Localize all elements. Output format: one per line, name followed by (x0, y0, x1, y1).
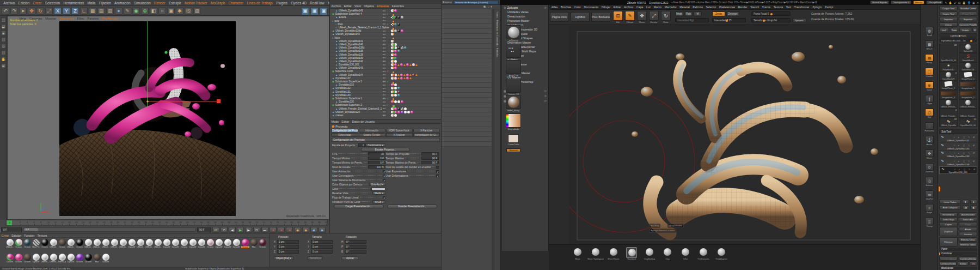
toolbar-subdivision-surface-icon[interactable]: ◉ (132, 7, 140, 15)
material-swatch[interactable]: Octane (180, 238, 188, 248)
viewport-menu-mostrar[interactable]: Mostrar (44, 17, 58, 20)
browser-row[interactable] (442, 53, 492, 58)
tool-grid-imageplane-4[interactable]: Imageplane_4 (939, 90, 958, 99)
toolbar-material-s-icon[interactable]: Ⓢ (185, 7, 192, 15)
toolbar-axis-y-icon[interactable]: Y (63, 7, 70, 15)
record-position-button[interactable]: ● (270, 227, 277, 233)
subtool-dynawax130-001[interactable]: ∿✓◐◻✎ØDynaWax130_001 (939, 166, 977, 174)
toolbar-move-icon[interactable]: ✥ (28, 7, 35, 15)
button-guardar-preestablecido[interactable]: Guardar Preestablecido... (387, 205, 437, 208)
subtool-icon-3[interactable]: ✎ (968, 152, 970, 154)
attr-tab-octane-render[interactable]: Octane Render (359, 133, 385, 137)
zb-menu-textura[interactable]: Textura (772, 5, 785, 9)
next-frame-button[interactable]: ▶ (245, 227, 252, 233)
rshelf-enfocar[interactable]: ◎Enfocar (923, 177, 935, 187)
coord-mode-dropdown[interactable]: Objeto [Rel] ▾ (274, 256, 293, 260)
button-eliminar[interactable]: Eliminar (939, 237, 958, 247)
zb-z-zm-s[interactable]: Zmás (712, 11, 725, 16)
tool-grid-umesh-dynawa[interactable]: ∿22UMesh_DynaWa (939, 118, 958, 127)
c4d-menu-plugins[interactable]: Plugins (274, 1, 289, 5)
visibility-dots[interactable] (383, 98, 385, 99)
material-swatch[interactable]: UMesh_ (145, 238, 154, 248)
c4d-menu-malla[interactable]: Malla (85, 1, 97, 5)
material-swatch[interactable]: Mat Pre (32, 238, 40, 248)
disabled-cross-icon[interactable]: ✗ (387, 70, 389, 73)
visibility-dots[interactable] (383, 31, 385, 32)
entorno-select[interactable]: Entorno de Arranque (Usuario) (454, 1, 499, 4)
title-button-zscriptpred[interactable]: ZScriptPred (926, 1, 943, 4)
zb-z-zmenos[interactable]: Zmenos (726, 11, 739, 16)
tool-grid-sphere3d[interactable]: Sphere3D (959, 44, 977, 53)
subtool-icon-1[interactable]: ◐ (958, 144, 959, 147)
zb-menu-preferencias[interactable]: Preferencias (718, 5, 737, 9)
subtool-icon-2[interactable]: ◻ (963, 136, 965, 139)
browser-row[interactable] (442, 122, 492, 127)
value-field[interactable]: 0 F (368, 157, 385, 160)
button-elimina-otras[interactable]: Elimina Otras (959, 237, 977, 242)
browser-row[interactable] (442, 73, 492, 78)
zb-mode-mover[interactable]: ✥ (637, 11, 647, 21)
zb-menu-selector[interactable]: Selector (705, 5, 718, 9)
rshelf-grp[interactable]: ⬡Grp (923, 109, 935, 118)
attr-tab-configuraci-n-del-proyecto[interactable]: Configuración del Proyecto (332, 129, 358, 133)
zb-mode-escalar[interactable]: ⤢ (649, 11, 659, 21)
browser-row[interactable] (442, 24, 492, 29)
search-icon[interactable]: 🔍 (483, 5, 487, 9)
subtool-umesh-dynawax140[interactable]: ∿✓◐◻✎ØUMesh_DynaWax140 (939, 143, 977, 151)
coord-size-dropdown[interactable]: Tamaño ▾ (308, 256, 323, 260)
zb-menu-zplugin[interactable]: Zplugin (811, 5, 823, 9)
section-combinar[interactable]: Combinar (939, 252, 977, 256)
material-swatch[interactable]: Octane (14, 238, 23, 248)
zb-menu-brochas[interactable]: Brochas (559, 5, 573, 9)
viewport-menu-paneles[interactable]: Paneles (85, 17, 100, 20)
subtool-umesh-dynawax139[interactable]: ∿✓◐◻✎ØUMesh_DynaWax139 (939, 151, 977, 158)
active-tool-slider[interactable]: DynaWax130_001... 55 (939, 38, 977, 43)
tool-grid-imageplane-5[interactable]: Imageplane_5 (959, 90, 977, 99)
visibility-dots[interactable] (383, 20, 385, 21)
subtool-header[interactable]: SubTool (939, 129, 977, 134)
record-scale-button[interactable]: ● (278, 227, 285, 233)
toolbar-coord-system-icon[interactable]: ∟ (80, 7, 88, 15)
browser-row[interactable] (442, 78, 492, 83)
viewport-menu-opciones[interactable]: Opciones (58, 17, 75, 20)
value-field[interactable]: 100 % (368, 165, 385, 169)
tool-grid-umesh-female[interactable]: UMesh_Female_ (939, 99, 958, 109)
tool-button-cargar-tool[interactable]: Cargar Tool (939, 6, 958, 10)
zb-paint-rgb[interactable]: Rgb (684, 11, 693, 16)
prev-frame-button[interactable]: ◀ (229, 227, 236, 233)
subtool-scroll-marker[interactable] (939, 187, 940, 191)
material-swatch[interactable]: DynaW (162, 238, 171, 248)
subtool-icon-4[interactable]: Ø (973, 152, 975, 154)
tool-grid-imageplane-2[interactable]: ImagePlane_2 (939, 81, 958, 90)
subtool-icon-1[interactable]: ◐ (958, 152, 959, 154)
coord-field-posici-n-X[interactable]: 0 cm (277, 240, 299, 244)
material-swatch[interactable]: Octane (40, 238, 49, 248)
material-swatch[interactable]: UMesh_ (66, 238, 75, 248)
zb-menu-color[interactable]: Color (573, 5, 583, 9)
visibility-dots[interactable] (383, 71, 385, 72)
subtool-umesh-dynawax141[interactable]: ∿✓◐◻✎ØUMesh_DynaWax141 (939, 135, 977, 142)
toolbar-scale-icon[interactable]: ⤢ (45, 7, 53, 15)
browser-row[interactable] (442, 58, 492, 63)
visibility-dots[interactable] (383, 85, 385, 86)
attr-tab-informaci-n[interactable]: Información (359, 129, 385, 133)
browser-row[interactable] (442, 68, 492, 73)
material-swatch[interactable]: DynaW (215, 238, 223, 248)
palette-refresh-icon[interactable]: ⟳ (544, 94, 547, 98)
material-swatch[interactable]: Octane (23, 253, 32, 263)
button-autoreorder[interactable]: AutoReorder (959, 212, 977, 217)
subtool-icon-4[interactable]: Ø (973, 160, 975, 163)
visibility-dots[interactable] (383, 27, 385, 28)
zb-paint-m[interactable]: M (694, 11, 702, 16)
toolbar-layout-b-icon[interactable]: ▣ (320, 7, 328, 15)
hand-icon[interactable]: ✋ (949, 1, 952, 4)
material-swatch[interactable]: Mat (93, 253, 101, 263)
record-rotation-button[interactable]: ● (286, 227, 293, 233)
tool-button-todo[interactable]: Todo (950, 28, 958, 32)
tray-brush-trimdynamic[interactable]: TrimDynamic (695, 247, 712, 260)
shelf-texture-off[interactable]: Texture Off (505, 79, 522, 95)
rshelf-lsym[interactable]: ∥LSym (923, 95, 935, 105)
button-a-adir[interactable]: Añadir (959, 227, 977, 231)
browser-row[interactable] (442, 34, 492, 39)
button-combinasimilar[interactable]: CombinaSimilar (959, 256, 977, 261)
